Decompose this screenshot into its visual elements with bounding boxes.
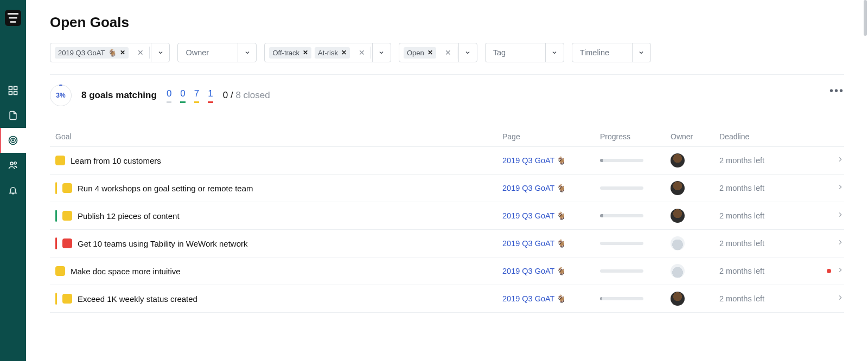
count-on-track[interactable]: 0 xyxy=(180,88,185,103)
progress-bar xyxy=(600,242,643,245)
chip-cycle[interactable]: 2019 Q3 GoAT 🐐 ✕ xyxy=(55,47,129,59)
goal-title: Run 4 workshops on goal setting or remot… xyxy=(78,184,253,193)
table-row[interactable]: Exceed 1K weekly status created2019 Q3 G… xyxy=(50,285,844,313)
table-row[interactable]: Get 10 teams using Tability in WeWork ne… xyxy=(50,230,844,257)
page-link[interactable]: 2019 Q3 GoAT🐐 xyxy=(502,267,595,275)
count-no-status[interactable]: 0 xyxy=(167,88,171,103)
people-icon xyxy=(8,160,18,171)
status-counts: 0 0 7 1 xyxy=(167,88,213,103)
page-link[interactable]: 2019 Q3 GoAT🐐 xyxy=(502,294,595,303)
chip-label: At-risk xyxy=(318,49,338,57)
table-row[interactable]: Learn from 10 customers2019 Q3 GoAT🐐2 mo… xyxy=(50,147,844,175)
chevron-down-icon xyxy=(378,49,385,56)
nav-goals[interactable] xyxy=(0,128,26,153)
chip-label: Off-track xyxy=(272,49,299,57)
chip-remove-icon[interactable]: ✕ xyxy=(303,49,308,56)
goat-icon: 🐐 xyxy=(557,267,566,275)
chevron-right-icon xyxy=(837,238,844,248)
nav-documents[interactable] xyxy=(0,103,26,128)
avatar[interactable] xyxy=(671,153,685,167)
chevron-right-icon xyxy=(837,156,844,165)
nav-dashboard[interactable] xyxy=(0,78,26,103)
goal-title: Make doc space more intuitive xyxy=(71,267,181,276)
filter-dropdown-button[interactable] xyxy=(151,43,169,62)
svg-point-4 xyxy=(9,137,17,145)
status-stripe xyxy=(55,293,57,305)
filter-timeline[interactable]: Timeline xyxy=(572,43,651,62)
confidence-chip xyxy=(55,266,65,276)
table-row[interactable]: Make doc space more intuitive2019 Q3 GoA… xyxy=(50,257,844,285)
col-progress: Progress xyxy=(600,132,665,141)
filter-dropdown-button[interactable] xyxy=(372,43,391,62)
filter-clear-button[interactable]: ✕ xyxy=(133,43,148,62)
filter-dropdown-button[interactable] xyxy=(238,43,256,62)
chevron-right-icon xyxy=(837,211,844,221)
chip-atrisk[interactable]: At-risk ✕ xyxy=(315,47,350,59)
filter-clear-button[interactable]: ✕ xyxy=(354,43,369,62)
confidence-chip xyxy=(62,211,72,221)
filter-placeholder: Timeline xyxy=(577,48,612,57)
filter-dropdown-button[interactable] xyxy=(632,43,650,62)
progress-bar xyxy=(600,186,643,190)
goat-icon: 🐐 xyxy=(557,239,566,248)
sidebar xyxy=(0,0,26,361)
avatar[interactable] xyxy=(671,181,685,195)
document-icon xyxy=(8,110,18,121)
filter-tag[interactable]: Tag xyxy=(485,43,564,62)
chip-remove-icon[interactable]: ✕ xyxy=(341,49,347,56)
svg-rect-3 xyxy=(14,92,17,95)
goal-title: Publish 12 pieces of content xyxy=(78,211,180,221)
chip-remove-icon[interactable]: ✕ xyxy=(427,49,433,56)
progress-bar xyxy=(600,214,643,217)
avatar[interactable] xyxy=(671,236,685,250)
svg-rect-2 xyxy=(9,92,12,95)
filter-health[interactable]: Off-track ✕ At-risk ✕ ✕ xyxy=(264,43,391,62)
table-row[interactable]: Run 4 workshops on goal setting or remot… xyxy=(50,175,844,202)
chip-offtrack[interactable]: Off-track ✕ xyxy=(269,47,311,59)
nav-people[interactable] xyxy=(0,153,26,178)
goat-icon: 🐐 xyxy=(557,156,566,165)
filter-owner[interactable]: Owner xyxy=(177,43,257,62)
avatar[interactable] xyxy=(671,292,685,306)
progress-bar xyxy=(600,269,643,273)
filter-bar: 2019 Q3 GoAT 🐐 ✕ ✕ Owner Off-track ✕ At-… xyxy=(50,43,844,62)
progress-ring-value: 3% xyxy=(56,92,65,99)
avatar[interactable] xyxy=(671,264,685,278)
filter-cycle[interactable]: 2019 Q3 GoAT 🐐 ✕ ✕ xyxy=(50,43,170,62)
filter-dropdown-button[interactable] xyxy=(458,43,477,62)
app-logo[interactable] xyxy=(5,10,21,26)
col-goal: Goal xyxy=(55,132,497,141)
count-at-risk[interactable]: 7 xyxy=(194,88,199,103)
closed-count: 0 / 8 closed xyxy=(223,90,270,101)
nav-notifications[interactable] xyxy=(0,178,26,203)
scrollbar-thumb[interactable] xyxy=(864,0,867,36)
deadline-label: 2 months left xyxy=(719,267,817,275)
goat-icon: 🐐 xyxy=(108,49,117,57)
page-link[interactable]: 2019 Q3 GoAT🐐 xyxy=(502,184,595,192)
filter-status[interactable]: Open ✕ ✕ xyxy=(399,43,477,62)
svg-point-8 xyxy=(14,162,16,164)
match-count-label: 8 goals matching xyxy=(81,90,157,101)
target-icon xyxy=(8,135,18,146)
col-page: Page xyxy=(502,132,595,141)
svg-rect-0 xyxy=(9,87,12,90)
table-row[interactable]: Publish 12 pieces of content2019 Q3 GoAT… xyxy=(50,202,844,230)
confidence-chip xyxy=(62,183,72,193)
chevron-right-icon xyxy=(837,266,844,276)
page-link[interactable]: 2019 Q3 GoAT🐐 xyxy=(502,211,595,220)
page-link[interactable]: 2019 Q3 GoAT🐐 xyxy=(502,156,595,165)
avatar[interactable] xyxy=(671,209,685,223)
page-link[interactable]: 2019 Q3 GoAT🐐 xyxy=(502,239,595,248)
chip-remove-icon[interactable]: ✕ xyxy=(120,49,125,56)
filter-dropdown-button[interactable] xyxy=(545,43,564,62)
chip-open[interactable]: Open ✕ xyxy=(404,47,436,59)
filter-clear-button[interactable]: ✕ xyxy=(441,43,456,62)
svg-point-7 xyxy=(10,162,13,165)
chip-label: 2019 Q3 GoAT xyxy=(58,49,105,57)
chevron-down-icon xyxy=(551,49,558,56)
goals-table: Goal Page Progress Owner Deadline Learn … xyxy=(50,132,844,313)
col-deadline: Deadline xyxy=(719,132,817,141)
more-menu-button[interactable]: ••• xyxy=(829,85,844,97)
chevron-right-icon xyxy=(837,183,844,193)
count-off-track[interactable]: 1 xyxy=(208,88,213,103)
